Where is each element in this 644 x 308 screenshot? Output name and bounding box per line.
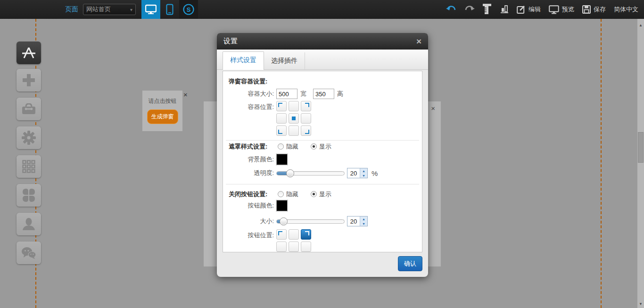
mask-show-radio[interactable]: 显示 (311, 142, 331, 151)
device-toggle-group: S (141, 0, 198, 19)
position-cell-left[interactable] (276, 241, 287, 252)
tab-style-settings[interactable]: 样式设置 (223, 51, 264, 70)
mask-hide-radio[interactable]: 隐藏 (278, 142, 298, 151)
corner-bottom-left-icon (278, 130, 282, 134)
mobile-view-button[interactable] (160, 0, 179, 19)
close-button-size-label: 大小: (229, 217, 274, 225)
mask-visibility-radios: 隐藏 显示 (278, 142, 331, 151)
position-cell-top-left[interactable] (276, 101, 287, 111)
corner-top-right-icon (305, 103, 309, 107)
mask-opacity-slider[interactable] (276, 171, 345, 175)
settings-dialog: 设置 × 样式设置 选择插件 弹窗容器设置: 容器大小: 宽 高 容器位置: (217, 33, 428, 277)
clover-icon (22, 188, 36, 202)
edit-button[interactable]: 编辑 (517, 5, 541, 14)
scrollbar-thumb[interactable] (638, 132, 644, 163)
gear-icon (22, 131, 36, 145)
stats-button[interactable] (500, 4, 509, 15)
link-mode-button[interactable]: S (179, 0, 198, 19)
mask-opacity-label: 透明度: (229, 169, 274, 177)
slider-handle[interactable] (280, 217, 288, 225)
height-unit-label: 高 (337, 90, 343, 98)
slider-handle[interactable] (286, 169, 294, 177)
close-button-position-label: 按钮位置: (229, 231, 274, 240)
position-cell-center[interactable] (289, 241, 299, 252)
sidebar-item-modules[interactable] (17, 155, 41, 178)
save-button[interactable]: 保存 (582, 5, 606, 14)
popup-trigger-widget[interactable]: 请点击按钮 生成弹窗 (142, 91, 182, 131)
dialog-footer: 确认 (217, 252, 428, 275)
position-cell-left[interactable] (276, 113, 287, 124)
position-cell-right[interactable] (301, 113, 311, 124)
mask-color-swatch[interactable] (276, 154, 288, 165)
position-cell-top[interactable] (289, 229, 299, 240)
bar-chart-icon (500, 4, 509, 13)
toolbar-right-group: 编辑 预览 保存 简体中文 (446, 0, 638, 19)
monitor-icon (549, 5, 559, 14)
close-button-size-spinbox: ▲ ▼ (347, 216, 368, 226)
position-cell-bottom-left[interactable] (276, 125, 287, 136)
sidebar-item-add[interactable] (17, 69, 41, 92)
save-icon (582, 5, 591, 14)
mask-opacity-input[interactable] (347, 168, 360, 178)
position-cell-center[interactable] (289, 113, 299, 124)
svg-text:S: S (187, 6, 191, 13)
page-scrollbar[interactable]: ▲ ▼ (637, 19, 644, 308)
close-button-size-input[interactable] (347, 216, 360, 226)
undo-button[interactable] (446, 5, 456, 14)
spin-up-icon[interactable]: ▲ (360, 216, 367, 221)
radio-checked-icon (311, 143, 317, 150)
container-size-label: 容器大小: (229, 90, 274, 98)
position-cell-bottom[interactable] (289, 125, 299, 136)
redo-icon (464, 5, 475, 12)
position-cell-top-left[interactable] (276, 229, 287, 240)
generate-popup-button[interactable]: 生成弹窗 (147, 109, 178, 124)
close-button-size-slider[interactable] (276, 219, 345, 224)
position-cell-bottom-right[interactable] (301, 125, 311, 136)
scroll-down-icon[interactable]: ▼ (637, 300, 644, 307)
container-height-input[interactable] (313, 89, 334, 99)
opacity-percent-label: % (372, 169, 378, 177)
dialog-header[interactable]: 设置 × (217, 33, 428, 50)
ruler-button[interactable] (483, 4, 492, 16)
desktop-view-button[interactable] (141, 0, 160, 19)
design-tools-icon (21, 47, 36, 59)
sidebar-item-settings[interactable] (17, 126, 41, 149)
sidebar-item-plugins[interactable] (17, 184, 41, 207)
redo-button[interactable] (464, 5, 475, 14)
position-cell-top-right-selected[interactable] (301, 229, 311, 240)
container-width-input[interactable] (276, 89, 297, 99)
radio-unchecked-icon (278, 143, 284, 150)
position-cell-top-right[interactable] (301, 101, 311, 111)
mask-show-label: 显示 (319, 142, 331, 151)
preview-button[interactable]: 预览 (549, 5, 574, 14)
close-button-section-title: 关闭按钮设置: (229, 190, 278, 199)
page-select[interactable]: 网站首页 ▾ (83, 4, 136, 15)
language-switch[interactable]: 简体中文 (614, 5, 638, 14)
mask-section-title: 遮罩样式设置: (229, 142, 278, 151)
toolbar-left-group: 页面 网站首页 ▾ S (65, 0, 198, 19)
sidebar-item-wechat[interactable] (17, 241, 41, 264)
sidebar-item-toolbox[interactable] (17, 98, 41, 120)
scroll-up-icon[interactable]: ▲ (637, 22, 644, 28)
close-button-color-swatch[interactable] (276, 200, 288, 211)
dialog-close-icon[interactable]: × (416, 37, 421, 46)
sidebar-item-user[interactable] (17, 213, 41, 235)
spin-down-icon[interactable]: ▼ (360, 173, 367, 178)
save-button-label: 保存 (594, 5, 606, 14)
position-cell-top[interactable] (289, 101, 299, 111)
tab-choose-plugin[interactable]: 选择插件 (264, 52, 305, 69)
confirm-button[interactable]: 确认 (398, 256, 422, 271)
position-cell-right[interactable] (301, 241, 311, 252)
spin-up-icon[interactable]: ▲ (360, 168, 367, 173)
guide-line-right (601, 19, 602, 308)
section-divider (226, 184, 419, 184)
width-unit-label: 宽 (300, 90, 306, 98)
close-button-show-radio[interactable]: 显示 (311, 190, 331, 199)
spin-down-icon[interactable]: ▼ (360, 221, 367, 226)
widget-close-icon[interactable]: × (183, 91, 188, 99)
section-divider (226, 140, 419, 141)
sidebar-item-design[interactable] (17, 42, 41, 64)
grid-icon (22, 160, 35, 173)
panel-close-icon[interactable]: × (431, 104, 435, 112)
close-button-hide-radio[interactable]: 隐藏 (278, 190, 298, 199)
